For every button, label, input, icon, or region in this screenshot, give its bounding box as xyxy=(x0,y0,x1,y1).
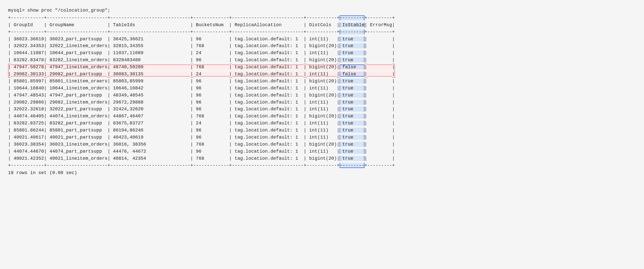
cell-tableids: 48349,48545 xyxy=(110,93,190,98)
column-header-errormsg: ErrorMsg xyxy=(367,22,392,27)
cell-distcols: int(11) xyxy=(306,107,337,112)
column-header-tableids: TableIds xyxy=(110,22,190,27)
cell-errormsg xyxy=(367,128,392,133)
cell-tableids: 30083,30135 xyxy=(110,72,190,77)
cell-tableids: 40814, 42354 xyxy=(110,156,190,161)
cell-distcols: int(11) xyxy=(306,72,337,77)
cell-isstable: true xyxy=(340,135,365,140)
cell-distcols: higint(20) xyxy=(306,57,337,62)
cell-replicaallocation: tag.location.default: 1 xyxy=(232,100,304,105)
cell-groupid: 44074.46405 xyxy=(11,114,44,119)
cell-replicaallocation: tag.location.default: 1 xyxy=(232,107,304,112)
cell-groupid: 40021.40617 xyxy=(11,135,44,140)
cell-distcols: bigint(20) xyxy=(306,114,337,119)
cell-errormsg xyxy=(367,149,392,154)
cell-isstable: true xyxy=(340,128,365,133)
cell-groupid: 40021.42352 xyxy=(11,156,44,161)
cell-groupid: 32022.32618 xyxy=(11,107,44,112)
column-header-replicaallocation: ReplicaAllocation xyxy=(232,22,304,27)
cell-groupname: 40021_part_partsupp xyxy=(47,135,108,140)
cell-groupname: 40021_lineitem_orders xyxy=(47,156,108,161)
cell-replicaallocation: tag.location.default: 1 xyxy=(232,128,304,133)
cell-bucketsnum: 96 xyxy=(193,128,229,133)
cell-bucketsnum: 96 xyxy=(193,57,229,62)
cell-isstable: true xyxy=(340,43,365,48)
cell-distcols: int(11) xyxy=(306,100,337,105)
cell-groupname: 83282_lineitem_orders xyxy=(47,57,108,62)
cell-groupid: 36023.36619 xyxy=(11,37,44,42)
cell-groupname: 32022_lineitem_orders xyxy=(47,43,108,48)
cell-errormsg xyxy=(367,64,392,70)
cell-distcols: bigint(20) xyxy=(306,156,337,161)
cell-isstable: true xyxy=(340,100,365,105)
cell-isstable: true xyxy=(340,93,365,98)
cell-replicaallocation: tag.location.default: 1 xyxy=(232,142,304,147)
cell-tableids: 85803,85999 xyxy=(110,79,190,84)
cell-groupname: 83282_part_partsupp xyxy=(47,121,108,126)
cell-isstable: true xyxy=(340,86,365,91)
cell-groupname: 10644_lineitem_orders xyxy=(47,86,108,91)
column-header-groupid: GroupId xyxy=(11,22,44,27)
cell-groupname: 29082_part_partsupp xyxy=(47,72,108,77)
cell-groupname: 32022_part_partsupp xyxy=(47,107,108,112)
cell-tableids: 40423,40619 xyxy=(110,135,190,140)
cell-tableids: 29672,29888 xyxy=(110,100,190,105)
cell-errormsg xyxy=(367,93,392,98)
cell-groupname: 29082_lineitem_orders xyxy=(47,100,108,105)
cell-tableids: 8328483480 xyxy=(110,57,190,62)
cell-errormsg xyxy=(367,156,392,161)
cell-replicaallocation: tag.location.default: 1 xyxy=(232,135,304,140)
cell-bucketsnum: 96 xyxy=(193,93,229,98)
cell-bucketsnum: 24 xyxy=(193,50,229,55)
result-footer: 18 rows in set (0.00 sec) xyxy=(8,170,636,177)
cell-distcols: bigint(20) xyxy=(306,64,337,70)
cell-isstable: true xyxy=(340,149,365,154)
cell-distcols: int(11) xyxy=(306,135,337,140)
cell-replicaallocation: tag.location.default: 1 xyxy=(232,149,304,154)
column-header-isstable: IsStable xyxy=(340,22,365,27)
cell-bucketsnum: 768 xyxy=(193,156,229,161)
cell-groupid: 85801.85997 xyxy=(11,79,44,84)
column-header-bucketsnum: BucketsNum xyxy=(193,22,229,27)
cell-isstable: true xyxy=(340,142,365,147)
cell-replicaallocation: tag.location.default: 1 xyxy=(232,93,304,98)
cell-tableids: 44867,46407 xyxy=(110,114,190,119)
cell-groupid: 47947.50278 xyxy=(11,64,44,70)
cell-bucketsnum: 768 xyxy=(193,64,229,70)
cell-groupname: 47947_part_partsupp xyxy=(47,93,108,98)
cell-distcols: bigint(20) xyxy=(306,79,337,84)
cell-tableids: 32815,34355 xyxy=(110,43,190,48)
cell-replicaallocation: tag.location.default: 1 xyxy=(232,121,304,126)
cell-distcols: bigint(20) xyxy=(306,43,337,48)
cell-isstable: false xyxy=(340,64,365,70)
cell-replicaallocation: tag.location.default: 1 xyxy=(232,43,304,48)
cell-groupname: 36023_lineitem_orders xyxy=(47,142,108,147)
cell-errormsg xyxy=(367,142,392,147)
cell-groupid: 83282.83478 xyxy=(11,57,44,62)
cell-groupname: 36023_part_partsupp xyxy=(47,37,108,42)
cell-groupid: 44074.44670 xyxy=(11,149,44,154)
cell-groupid: 36023.38354 xyxy=(11,142,44,147)
cell-groupid: 47947.48543 xyxy=(11,93,44,98)
cell-groupid: 32022.34353 xyxy=(11,43,44,48)
cell-isstable: true xyxy=(340,79,365,84)
cell-groupname: 47947_lineitem_orders xyxy=(47,64,108,70)
cell-isstable: false xyxy=(340,72,365,77)
cell-distcols: int(11) xyxy=(306,128,337,133)
cell-bucketsnum: 96 xyxy=(193,79,229,84)
column-header-distcols: DistCols xyxy=(306,22,337,27)
cell-groupid: 10644.10840 xyxy=(11,86,44,91)
cell-tableids: 36816, 38356 xyxy=(110,142,190,147)
cell-bucketsnum: 96 xyxy=(193,135,229,140)
cell-errormsg xyxy=(367,107,392,112)
cell-errormsg xyxy=(367,79,392,84)
cell-groupid: 29082.29866 xyxy=(11,100,44,105)
cell-isstable: true xyxy=(340,37,365,42)
cell-groupname: 85801_part_partsupp xyxy=(47,128,108,133)
cell-distcols: int(11) xyxy=(306,86,337,91)
cell-errormsg xyxy=(367,86,392,91)
cell-tableids: 11037,11089 xyxy=(110,50,190,55)
cell-distcols: int(11) xyxy=(306,50,337,55)
cell-distcols: bigint(20) xyxy=(306,93,337,98)
cell-isstable: true xyxy=(340,121,365,126)
